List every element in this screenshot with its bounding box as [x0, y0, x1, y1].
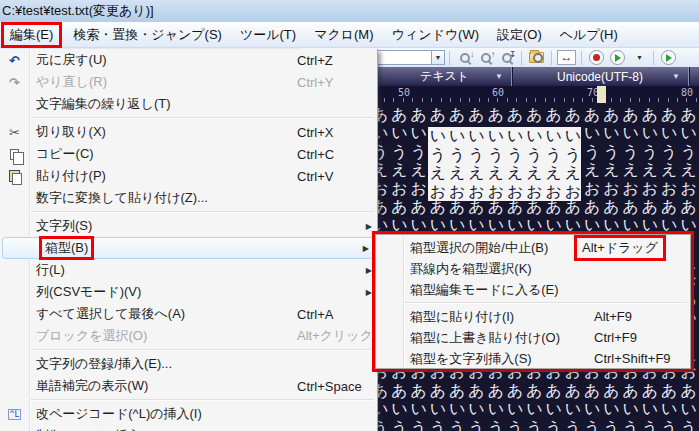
menu-item-line[interactable]: 行(L)▶ — [0, 259, 377, 281]
menu-item-label: 制御コードの挿入(H) — [36, 427, 159, 431]
menu-item-label: 数字に変換して貼り付け(Z)... — [36, 189, 208, 207]
menu-item-shortcut: Alt+F9 — [594, 309, 632, 324]
menu-macros[interactable]: マクロ(M) — [305, 23, 382, 47]
menu-item-cut[interactable]: ✂切り取り(X)Ctrl+X — [0, 121, 377, 143]
menu-item-insert-control-code[interactable]: 制御コードの挿入(H)Ctrl+I — [0, 425, 377, 431]
submenu-arrow-icon: ▶ — [366, 222, 372, 231]
menu-item-shortcut: Ctrl+Space — [297, 379, 362, 394]
magnifier-glyph — [460, 53, 470, 63]
green-triangle-glyph — [615, 54, 621, 62]
arrows-glyph: ↔ — [557, 50, 576, 65]
menu-item-box-paste[interactable]: 箱型に貼り付け(I)Alt+F9 — [376, 306, 690, 327]
encoding-dropdown[interactable]: Unicode(UTF-8) ▼ — [512, 70, 688, 84]
menu-item-box-paste-overwrite[interactable]: 箱型に上書き貼り付け(O)Ctrl+F9 — [376, 327, 690, 348]
selected-text-row: いいいいいいいいいいいいいいいいいい — [428, 127, 581, 145]
menu-item-label: 文字編集の繰り返し(T) — [36, 95, 171, 113]
menu-item-label: 単語補完の表示(W) — [36, 377, 148, 395]
pagebreak-icon: ^L — [0, 409, 29, 420]
menu-item-label: ブロックを選択(O) — [36, 327, 147, 345]
menu-settings[interactable]: 設定(O) — [488, 23, 551, 47]
search-combobox-dropdown[interactable]: ▼ — [432, 50, 445, 65]
selected-text-row: うううううううううううううううううう — [428, 146, 581, 164]
search-prev-icon[interactable]: ↑ — [475, 49, 496, 66]
menu-item-undo[interactable]: ↶元に戻す(U)Ctrl+Z — [0, 49, 377, 71]
menu-item-box-select-in-ruled[interactable]: 罫線内を箱型選択(K) — [376, 258, 690, 279]
menu-item-label: 文字列の登録/挿入(E)... — [36, 355, 172, 373]
edit-menu-panel: ↶元に戻す(U)Ctrl+Z↷やり直し(R)Ctrl+Y文字編集の繰り返し(T)… — [0, 49, 378, 431]
magnifier-glyph — [481, 53, 491, 63]
menu-help[interactable]: ヘルプ(H) — [551, 23, 627, 47]
menu-item-label: 箱型に上書き貼り付け(O) — [410, 329, 560, 347]
menu-item-label: 切り取り(X) — [36, 123, 106, 141]
window-title: C:¥test¥test.txt(変更あり)] — [2, 3, 154, 18]
menu-item-paste[interactable]: 貼り付け(P)Ctrl+V — [0, 165, 377, 187]
app-window: C:¥test¥test.txt(変更あり)] 編集(E)検索・置換・ジャンプ(… — [0, 0, 699, 431]
folder-glyph — [529, 52, 544, 63]
menu-item-shortcut: Alt+ドラッグ — [574, 235, 666, 261]
compare-scroll-icon[interactable]: ↔ — [556, 49, 577, 66]
arrow-glyph: ↓ — [470, 50, 474, 59]
chevron-down-icon: ▼ — [636, 54, 643, 61]
menu-item-box-edit-mode[interactable]: 箱型編集モードに入る(E) — [376, 279, 690, 300]
menu-item-shortcut: Ctrl+Y — [297, 75, 333, 90]
find-in-files-icon[interactable] — [526, 49, 547, 66]
mode-bar-separator — [688, 67, 689, 86]
menu-window[interactable]: ウィンドウ(W) — [383, 23, 488, 47]
menu-item-paste-as-number[interactable]: 数字に変換して貼り付け(Z)... — [0, 187, 377, 209]
text-mode-label: テキスト — [420, 68, 469, 85]
search-next-icon[interactable]: ↓ — [454, 49, 475, 66]
menu-item-register-insert-string[interactable]: 文字列の登録/挿入(E)... — [0, 353, 377, 375]
menu-item-label: 文字列(S) — [36, 217, 92, 235]
menu-tools[interactable]: ツール(T) — [231, 23, 305, 47]
run-macro-menu-icon[interactable]: ▼ — [628, 49, 649, 66]
menu-item-label: 箱型編集モードに入る(E) — [410, 281, 559, 299]
undo-icon: ↶ — [0, 53, 29, 68]
menu-item-box-insert-string[interactable]: 箱型を文字列挿入(S)Ctrl+Shift+F9 — [376, 348, 690, 369]
menu-item-insert-pagebreak[interactable]: ^L改ページコード(^L)の挿入(I) — [0, 403, 377, 425]
menu-item-select-all-to-end[interactable]: すべて選択して最後へ(A)Ctrl+A — [0, 303, 377, 325]
text-mode-dropdown[interactable]: テキスト ▼ — [378, 68, 511, 85]
toolbar-separator — [653, 51, 654, 65]
menu-item-redo[interactable]: ↷やり直し(R)Ctrl+Y — [0, 71, 377, 93]
menu-item-shortcut: Alt+クリック — [297, 327, 373, 345]
run-macro-icon[interactable] — [607, 49, 628, 66]
menu-bar: 編集(E)検索・置換・ジャンプ(S)ツール(T)マクロ(M)ウィンドウ(W)設定… — [0, 22, 699, 48]
cut-icon: ✂ — [0, 125, 29, 140]
menu-item-box[interactable]: 箱型(B)▶ — [2, 237, 375, 259]
circle-glyph — [589, 50, 604, 65]
box-submenu-panel: 箱型選択の開始/中止(B)Alt+ドラッグ罫線内を箱型選択(K)箱型編集モードに… — [375, 234, 691, 369]
paste-icon — [0, 170, 29, 182]
menu-item-copy[interactable]: コピー(C)Ctrl+C — [0, 143, 377, 165]
menu-item-shortcut: Ctrl+C — [297, 147, 334, 162]
arrow-glyph: ↑ — [491, 50, 495, 59]
copy-icon — [0, 149, 29, 160]
menu-edit[interactable]: 編集(E) — [1, 22, 62, 48]
chevron-down-icon: ▼ — [672, 72, 680, 81]
toolbar-separator — [551, 51, 552, 65]
copy-icon — [10, 149, 19, 160]
menu-item-label: 行(L) — [36, 261, 65, 279]
menu-search[interactable]: 検索・置換・ジャンプ(S) — [64, 23, 231, 47]
play-extra-icon[interactable] — [658, 49, 679, 66]
search-bottom-icon[interactable]: ↧ — [496, 49, 517, 66]
encoding-label: Unicode(UTF-8) — [557, 70, 643, 84]
cut-icon: ✂ — [9, 125, 20, 140]
menu-item-box-select-start[interactable]: 箱型選択の開始/中止(B)Alt+ドラッグ — [376, 237, 690, 258]
toolbar-separator — [521, 51, 522, 65]
redo-icon: ↷ — [0, 75, 29, 90]
record-macro-icon[interactable] — [586, 49, 607, 66]
menu-item-label: 箱型を文字列挿入(S) — [410, 350, 532, 368]
menu-item-word-completion[interactable]: 単語補完の表示(W)Ctrl+Space — [0, 375, 377, 397]
column-ruler: 50607080 — [378, 86, 699, 103]
menu-item-string[interactable]: 文字列(S)▶ — [0, 215, 377, 237]
menu-item-column-csv[interactable]: 列(CSVモード)(V)▶ — [0, 281, 377, 303]
ruler-number: 60 — [492, 87, 504, 98]
mode-bar: テキスト ▼ Unicode(UTF-8) ▼ — [378, 67, 699, 86]
menu-item-repeat-edit[interactable]: 文字編集の繰り返し(T) — [0, 93, 377, 115]
red-dot-glyph — [593, 54, 600, 61]
ruler-number: 80 — [681, 87, 693, 98]
menu-item-shortcut: Ctrl+F9 — [594, 330, 637, 345]
menu-item-select-block[interactable]: ブロックを選択(O)Alt+クリック — [0, 325, 377, 347]
submenu-arrow-icon: ▶ — [363, 244, 369, 253]
paste-icon — [9, 170, 20, 182]
